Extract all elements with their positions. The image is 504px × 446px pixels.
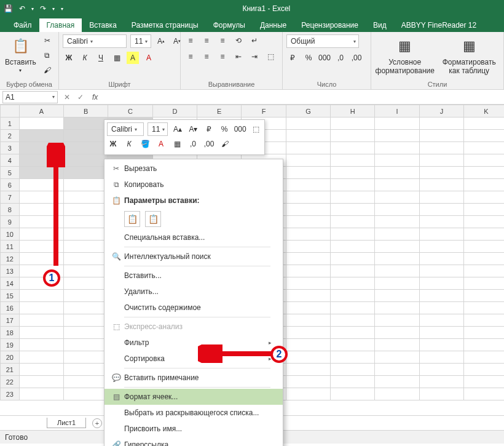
cell[interactable] [286,117,330,130]
cell[interactable] [286,302,330,314]
menu-item[interactable]: 📋Параметры вставки: [104,193,283,209]
cell[interactable] [464,142,504,154]
cell[interactable] [464,228,504,241]
cell[interactable] [375,216,419,228]
row-header[interactable]: 4 [1,154,20,167]
indent-decrease-icon[interactable]: ⇤ [232,50,245,63]
cell[interactable] [464,388,504,400]
cell[interactable] [286,364,330,376]
cell[interactable] [375,191,419,204]
cell[interactable] [64,179,108,191]
cell[interactable] [64,241,108,253]
tab-insert[interactable]: Вставка [82,18,124,32]
cell[interactable] [286,253,330,265]
row-header[interactable]: 6 [1,179,20,191]
cell[interactable] [19,327,63,339]
qat-customize-icon[interactable]: ▾ [61,6,63,12]
cell[interactable] [286,130,330,142]
cell[interactable] [419,117,463,130]
cell[interactable] [19,290,63,302]
tab-formulas[interactable]: Формулы [206,18,253,32]
col-header[interactable]: E [197,105,242,117]
cell[interactable] [286,339,330,351]
mini-currency-icon[interactable]: ₽ [203,123,215,135]
cell[interactable] [375,167,419,179]
cell[interactable] [19,314,63,327]
cell[interactable] [419,253,463,265]
row-header[interactable]: 15 [1,290,20,302]
redo-icon[interactable]: ↷ [40,4,46,13]
row-header[interactable]: 17 [1,314,20,327]
cell[interactable] [464,364,504,376]
cell[interactable] [286,241,330,253]
cell[interactable] [375,179,419,191]
cell[interactable] [464,376,504,388]
align-left-icon[interactable]: ≡ [184,50,197,63]
cell[interactable] [375,327,419,339]
col-header[interactable]: K [464,105,504,117]
cell[interactable] [64,376,108,388]
tab-view[interactable]: Вид [366,18,394,32]
tab-review[interactable]: Рецензирование [294,18,366,32]
row-header[interactable]: 1 [1,117,20,130]
cell[interactable] [331,339,375,351]
cell[interactable] [64,265,108,277]
currency-icon[interactable]: ₽ [286,52,299,64]
cell[interactable] [419,154,463,167]
col-header[interactable]: I [375,105,419,117]
cell[interactable] [331,216,375,228]
cell[interactable] [286,142,330,154]
col-header[interactable]: G [286,105,330,117]
bold-button[interactable]: Ж [63,52,75,64]
tab-home[interactable]: Главная [39,18,82,32]
mini-painter-icon[interactable]: 🖌 [219,138,231,150]
cell[interactable] [419,388,463,400]
menu-item[interactable]: 🔗Гиперссылка... [104,437,283,446]
cell[interactable] [286,216,330,228]
cell[interactable] [464,253,504,265]
align-right-icon[interactable]: ≡ [216,50,229,63]
cell[interactable] [419,364,463,376]
cell[interactable] [375,130,419,142]
cell[interactable] [419,314,463,327]
cell[interactable] [331,388,375,400]
redo-menu-icon[interactable]: ▾ [52,6,55,12]
cell[interactable] [464,314,504,327]
cell[interactable] [286,154,330,167]
row-header[interactable]: 16 [1,302,20,314]
mini-percent-icon[interactable]: % [218,123,230,135]
cell[interactable] [419,167,463,179]
undo-menu-icon[interactable]: ▾ [31,6,34,12]
cell[interactable] [64,290,108,302]
col-header[interactable]: B [64,105,108,117]
cell[interactable] [375,388,419,400]
cell[interactable] [464,351,504,364]
menu-item[interactable]: Вставить... [104,268,283,284]
menu-item[interactable]: 🔍Интеллектуальный поиск [104,249,283,265]
col-header[interactable]: A [19,105,63,117]
cell[interactable] [286,179,330,191]
cell[interactable] [375,376,419,388]
cell[interactable] [64,142,108,154]
cell[interactable] [419,376,463,388]
wrap-text-icon[interactable]: ↵ [248,34,261,47]
dec-decimal-icon[interactable]: ,00 [350,52,363,64]
cell[interactable] [331,167,375,179]
menu-item[interactable]: ▤Формат ячеек... [104,389,283,405]
col-header[interactable]: J [419,105,463,117]
cell[interactable] [64,216,108,228]
cell[interactable] [464,154,504,167]
cell[interactable] [375,364,419,376]
cell[interactable] [19,339,63,351]
mini-border-icon[interactable]: ▦ [171,138,183,150]
col-header[interactable]: H [331,105,375,117]
cell[interactable] [331,290,375,302]
menu-item[interactable]: Присвоить имя... [104,421,283,437]
cond-format-button[interactable]: ▦ Условное форматирование [375,34,435,76]
paste-all-icon[interactable]: 📋 [124,211,140,227]
mini-font-color-icon[interactable]: A [155,138,167,150]
cell[interactable] [419,130,463,142]
add-sheet-button[interactable]: + [92,418,102,428]
tab-pagelayout[interactable]: Разметка страницы [124,18,206,32]
cell[interactable] [464,327,504,339]
